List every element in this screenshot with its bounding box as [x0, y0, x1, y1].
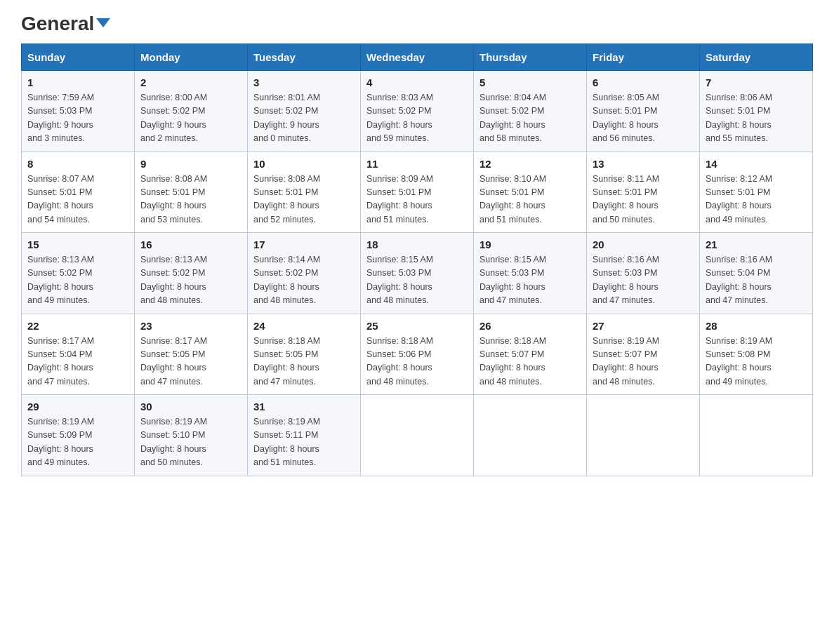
- calendar-cell: 1Sunrise: 7:59 AMSunset: 5:03 PMDaylight…: [22, 71, 135, 152]
- calendar-cell: 21Sunrise: 8:16 AMSunset: 5:04 PMDayligh…: [700, 233, 813, 314]
- day-number: 3: [253, 76, 355, 88]
- day-number: 1: [27, 76, 128, 88]
- day-info: Sunrise: 8:07 AMSunset: 5:01 PMDaylight:…: [27, 173, 128, 227]
- calendar-cell: 25Sunrise: 8:18 AMSunset: 5:06 PMDayligh…: [361, 314, 474, 395]
- calendar-cell: 20Sunrise: 8:16 AMSunset: 5:03 PMDayligh…: [587, 233, 700, 314]
- day-number: 6: [593, 76, 694, 88]
- calendar-cell: 10Sunrise: 8:08 AMSunset: 5:01 PMDayligh…: [248, 152, 361, 233]
- col-header-monday: Monday: [135, 44, 248, 71]
- calendar-cell: 3Sunrise: 8:01 AMSunset: 5:02 PMDaylight…: [248, 71, 361, 152]
- page-header: General: [21, 14, 813, 32]
- day-number: 17: [253, 239, 355, 250]
- day-info: Sunrise: 8:09 AMSunset: 5:01 PMDaylight:…: [366, 173, 468, 227]
- day-number: 18: [366, 239, 468, 250]
- calendar-cell: 6Sunrise: 8:05 AMSunset: 5:01 PMDaylight…: [587, 71, 700, 152]
- col-header-tuesday: Tuesday: [248, 44, 361, 71]
- calendar-cell: 28Sunrise: 8:19 AMSunset: 5:08 PMDayligh…: [700, 314, 813, 395]
- day-number: 4: [366, 76, 468, 88]
- day-info: Sunrise: 8:18 AMSunset: 5:05 PMDaylight:…: [253, 335, 355, 389]
- calendar-cell: 31Sunrise: 8:19 AMSunset: 5:11 PMDayligh…: [248, 395, 361, 476]
- day-number: 13: [593, 158, 694, 170]
- day-info: Sunrise: 8:19 AMSunset: 5:10 PMDaylight:…: [140, 415, 241, 470]
- calendar-cell: 14Sunrise: 8:12 AMSunset: 5:01 PMDayligh…: [700, 152, 813, 233]
- calendar-cell: 15Sunrise: 8:13 AMSunset: 5:02 PMDayligh…: [22, 233, 135, 314]
- day-info: Sunrise: 8:04 AMSunset: 5:02 PMDaylight:…: [479, 91, 581, 146]
- calendar-week-row: 22Sunrise: 8:17 AMSunset: 5:04 PMDayligh…: [22, 314, 813, 395]
- day-info: Sunrise: 8:08 AMSunset: 5:01 PMDaylight:…: [253, 173, 355, 227]
- calendar-cell: 5Sunrise: 8:04 AMSunset: 5:02 PMDaylight…: [474, 71, 587, 152]
- day-number: 25: [366, 320, 468, 332]
- calendar-cell: 22Sunrise: 8:17 AMSunset: 5:04 PMDayligh…: [22, 314, 135, 395]
- col-header-wednesday: Wednesday: [361, 44, 474, 71]
- day-number: 5: [479, 76, 581, 88]
- day-info: Sunrise: 8:18 AMSunset: 5:07 PMDaylight:…: [479, 335, 581, 389]
- day-info: Sunrise: 8:10 AMSunset: 5:01 PMDaylight:…: [479, 173, 581, 227]
- day-number: 24: [253, 320, 355, 332]
- day-number: 28: [706, 320, 807, 332]
- calendar-cell: 24Sunrise: 8:18 AMSunset: 5:05 PMDayligh…: [248, 314, 361, 395]
- day-number: 8: [27, 158, 128, 170]
- day-info: Sunrise: 8:13 AMSunset: 5:02 PMDaylight:…: [27, 253, 128, 308]
- day-number: 10: [253, 158, 355, 170]
- calendar-cell: 16Sunrise: 8:13 AMSunset: 5:02 PMDayligh…: [135, 233, 248, 314]
- calendar-cell: 12Sunrise: 8:10 AMSunset: 5:01 PMDayligh…: [474, 152, 587, 233]
- day-number: 9: [140, 158, 241, 170]
- day-info: Sunrise: 8:05 AMSunset: 5:01 PMDaylight:…: [593, 91, 694, 146]
- day-info: Sunrise: 8:01 AMSunset: 5:02 PMDaylight:…: [253, 91, 355, 146]
- day-info: Sunrise: 8:15 AMSunset: 5:03 PMDaylight:…: [479, 253, 581, 308]
- calendar-cell: 11Sunrise: 8:09 AMSunset: 5:01 PMDayligh…: [361, 152, 474, 233]
- day-number: 27: [593, 320, 694, 332]
- day-number: 22: [27, 320, 128, 332]
- calendar-cell: 2Sunrise: 8:00 AMSunset: 5:02 PMDaylight…: [135, 71, 248, 152]
- day-info: Sunrise: 8:00 AMSunset: 5:02 PMDaylight:…: [140, 91, 241, 146]
- calendar-cell: 19Sunrise: 8:15 AMSunset: 5:03 PMDayligh…: [474, 233, 587, 314]
- calendar-cell: 7Sunrise: 8:06 AMSunset: 5:01 PMDaylight…: [700, 71, 813, 152]
- calendar-cell: 9Sunrise: 8:08 AMSunset: 5:01 PMDaylight…: [135, 152, 248, 233]
- day-number: 21: [706, 239, 807, 250]
- day-number: 15: [27, 239, 128, 250]
- calendar-cell: 8Sunrise: 8:07 AMSunset: 5:01 PMDaylight…: [22, 152, 135, 233]
- calendar-table: SundayMondayTuesdayWednesdayThursdayFrid…: [21, 43, 813, 476]
- calendar-cell: [587, 395, 700, 476]
- calendar-week-row: 15Sunrise: 8:13 AMSunset: 5:02 PMDayligh…: [22, 233, 813, 314]
- logo-general: General: [21, 14, 110, 34]
- calendar-cell: [361, 395, 474, 476]
- day-number: 23: [140, 320, 241, 332]
- day-number: 31: [253, 401, 355, 412]
- day-number: 16: [140, 239, 241, 250]
- calendar-week-row: 8Sunrise: 8:07 AMSunset: 5:01 PMDaylight…: [22, 152, 813, 233]
- day-info: Sunrise: 8:19 AMSunset: 5:07 PMDaylight:…: [593, 335, 694, 389]
- day-number: 20: [593, 239, 694, 250]
- day-info: Sunrise: 8:16 AMSunset: 5:04 PMDaylight:…: [706, 253, 807, 308]
- day-info: Sunrise: 8:13 AMSunset: 5:02 PMDaylight:…: [140, 253, 241, 308]
- day-info: Sunrise: 8:17 AMSunset: 5:04 PMDaylight:…: [27, 335, 128, 389]
- day-number: 11: [366, 158, 468, 170]
- day-number: 7: [706, 76, 807, 88]
- day-info: Sunrise: 7:59 AMSunset: 5:03 PMDaylight:…: [27, 91, 128, 146]
- logo: General: [21, 14, 110, 32]
- calendar-cell: 27Sunrise: 8:19 AMSunset: 5:07 PMDayligh…: [587, 314, 700, 395]
- day-info: Sunrise: 8:16 AMSunset: 5:03 PMDaylight:…: [593, 253, 694, 308]
- day-info: Sunrise: 8:03 AMSunset: 5:02 PMDaylight:…: [366, 91, 468, 146]
- col-header-friday: Friday: [587, 44, 700, 71]
- day-info: Sunrise: 8:19 AMSunset: 5:08 PMDaylight:…: [706, 335, 807, 389]
- day-number: 2: [140, 76, 241, 88]
- day-info: Sunrise: 8:19 AMSunset: 5:09 PMDaylight:…: [27, 415, 128, 470]
- day-number: 14: [706, 158, 807, 170]
- calendar-cell: [474, 395, 587, 476]
- calendar-cell: 13Sunrise: 8:11 AMSunset: 5:01 PMDayligh…: [587, 152, 700, 233]
- day-number: 12: [479, 158, 581, 170]
- day-info: Sunrise: 8:11 AMSunset: 5:01 PMDaylight:…: [593, 173, 694, 227]
- calendar-cell: 26Sunrise: 8:18 AMSunset: 5:07 PMDayligh…: [474, 314, 587, 395]
- day-info: Sunrise: 8:12 AMSunset: 5:01 PMDaylight:…: [706, 173, 807, 227]
- day-info: Sunrise: 8:06 AMSunset: 5:01 PMDaylight:…: [706, 91, 807, 146]
- calendar-cell: [700, 395, 813, 476]
- day-info: Sunrise: 8:08 AMSunset: 5:01 PMDaylight:…: [140, 173, 241, 227]
- day-number: 29: [27, 401, 128, 412]
- day-info: Sunrise: 8:15 AMSunset: 5:03 PMDaylight:…: [366, 253, 468, 308]
- calendar-cell: 30Sunrise: 8:19 AMSunset: 5:10 PMDayligh…: [135, 395, 248, 476]
- col-header-thursday: Thursday: [474, 44, 587, 71]
- day-info: Sunrise: 8:18 AMSunset: 5:06 PMDaylight:…: [366, 335, 468, 389]
- calendar-cell: 18Sunrise: 8:15 AMSunset: 5:03 PMDayligh…: [361, 233, 474, 314]
- calendar-cell: 23Sunrise: 8:17 AMSunset: 5:05 PMDayligh…: [135, 314, 248, 395]
